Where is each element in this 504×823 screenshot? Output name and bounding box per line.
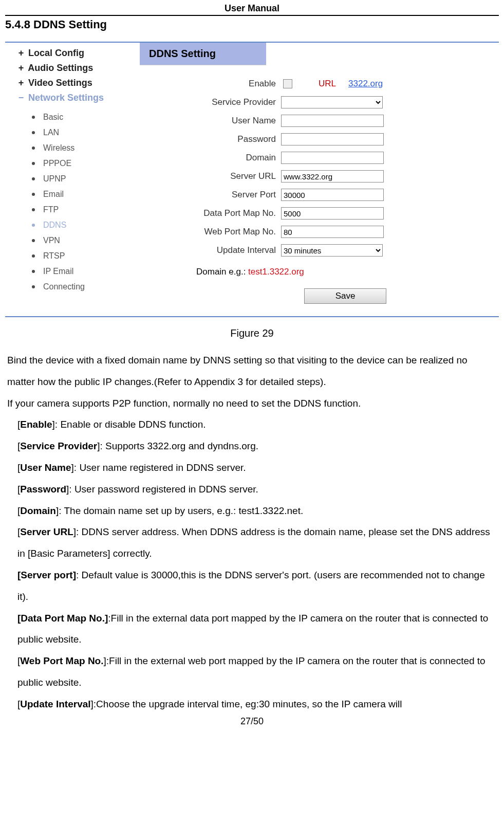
web-port-map-input[interactable]: [281, 226, 384, 238]
page-header: User Manual: [5, 0, 499, 16]
enable-checkbox[interactable]: [283, 79, 292, 88]
sidebar-item-label: Basic: [43, 113, 63, 122]
paragraph: Bind the device with a fixed domain name…: [7, 350, 497, 393]
sidebar-item-label: RTSP: [43, 251, 65, 261]
sidebar-item-wireless[interactable]: Wireless: [32, 140, 140, 156]
plus-icon: +: [16, 78, 26, 88]
sidebar-item-label: PPPOE: [43, 159, 71, 168]
domain-input[interactable]: [281, 152, 384, 164]
domain-example-prefix: Domain e.g.:: [196, 267, 248, 277]
bullet-icon: [32, 193, 35, 196]
section-title: 5.4.8 DDNS Setting: [5, 18, 499, 31]
bullet-icon: [32, 254, 35, 258]
bullet-icon: [32, 270, 35, 273]
sidebar-item-label: Email: [43, 190, 64, 199]
user-name-label: User Name: [160, 116, 281, 126]
bullet-icon: [32, 285, 35, 288]
sidebar-group-label: Audio Settings: [28, 63, 93, 73]
sidebar-item-upnp[interactable]: UPNP: [32, 171, 140, 187]
sidebar-item-label: DDNS: [43, 221, 66, 230]
service-provider-select[interactable]: [281, 96, 383, 108]
update-interval-label: Update Interval: [160, 245, 281, 255]
param-password: [Password]: User password registered in …: [17, 479, 497, 500]
sidebar-item-lan[interactable]: LAN: [32, 125, 140, 140]
sidebar-item-label: Wireless: [43, 143, 74, 153]
service-provider-label: Service Provider: [160, 97, 281, 107]
data-port-map-input[interactable]: [281, 207, 384, 220]
domain-example-value: test1.3322.org: [248, 267, 304, 277]
param-domain: [Domain]: The domain name set up by user…: [17, 500, 497, 522]
sidebar-group-local-config[interactable]: + Local Config: [16, 48, 140, 59]
figure-29: + Local Config + Audio Settings + Video …: [5, 42, 499, 317]
server-url-input[interactable]: [281, 170, 384, 182]
param-enable: [Enable]: Enable or disable DDNS functio…: [17, 414, 497, 435]
paragraph: If your camera supports P2P function, no…: [7, 393, 497, 414]
param-data-port-map: [Data Port Map No.]:Fill in the external…: [17, 608, 497, 651]
sidebar-group-video-settings[interactable]: + Video Settings: [16, 78, 140, 88]
plus-icon: +: [16, 63, 26, 74]
sidebar-item-label: LAN: [43, 128, 59, 137]
minus-icon: −: [16, 93, 26, 103]
sidebar-item-ddns[interactable]: DDNS: [32, 217, 140, 233]
user-name-input[interactable]: [281, 115, 384, 127]
server-url-label: Server URL: [160, 171, 281, 181]
sidebar-item-label: Connecting: [43, 282, 85, 291]
bullet-icon: [32, 177, 35, 180]
sidebar-item-pppoe[interactable]: PPPOE: [32, 156, 140, 171]
body-text: Bind the device with a fixed domain name…: [5, 350, 499, 715]
server-port-label: Server Port: [160, 190, 281, 200]
param-web-port-map: [Web Port Map No.]:Fill in the external …: [17, 650, 497, 693]
bullet-icon: [32, 147, 35, 150]
save-button[interactable]: Save: [304, 288, 386, 304]
password-label: Password: [160, 134, 281, 144]
web-port-map-label: Web Port Map No.: [160, 227, 281, 237]
sidebar-item-ftp[interactable]: FTP: [32, 202, 140, 217]
sidebar-item-label: UPNP: [43, 174, 66, 184]
param-update-interval: [Update Interval]:Choose the upgrade int…: [17, 693, 497, 715]
sidebar-group-label: Local Config: [28, 48, 84, 58]
bullet-icon: [32, 224, 35, 227]
bullet-icon: [32, 162, 35, 165]
param-server-url: [Server URL]: DDNS server address. When …: [17, 521, 497, 564]
data-port-map-label: Data Port Map No.: [160, 208, 281, 218]
sidebar-item-label: FTP: [43, 205, 59, 214]
sidebar-group-label: Network Settings: [28, 93, 104, 103]
bullet-icon: [32, 239, 35, 242]
enable-label: Enable: [160, 79, 281, 89]
sidebar-group-audio-settings[interactable]: + Audio Settings: [16, 63, 140, 74]
sidebar-item-basic[interactable]: Basic: [32, 109, 140, 125]
domain-example: Domain e.g.: test1.3322.org: [196, 267, 499, 277]
bullet-icon: [32, 208, 35, 211]
server-port-input[interactable]: [281, 189, 384, 201]
sidebar-item-label: IP Email: [43, 267, 73, 276]
sidebar-item-ip-email[interactable]: IP Email: [32, 264, 140, 279]
plus-icon: +: [16, 48, 26, 59]
sidebar-item-label: VPN: [43, 236, 60, 245]
bullet-icon: [32, 116, 35, 119]
domain-label: Domain: [160, 153, 281, 163]
figure-caption: Figure 29: [5, 327, 499, 339]
sidebar-group-network-settings[interactable]: − Network Settings: [16, 93, 140, 103]
sidebar-item-email[interactable]: Email: [32, 187, 140, 202]
bullet-icon: [32, 131, 35, 134]
sidebar-item-vpn[interactable]: VPN: [32, 233, 140, 248]
panel-title-tab: DDNS Setting: [140, 43, 266, 65]
config-sidebar: + Local Config + Audio Settings + Video …: [5, 43, 140, 316]
sidebar-group-label: Video Settings: [28, 78, 92, 88]
password-input[interactable]: [281, 133, 384, 145]
sidebar-item-rtsp[interactable]: RTSP: [32, 248, 140, 264]
sidebar-item-connecting[interactable]: Connecting: [32, 279, 140, 295]
url-label: URL: [319, 79, 336, 89]
update-interval-select[interactable]: 30 minutes: [281, 244, 383, 257]
param-user-name: [User Name]: User name registered in DDN…: [17, 457, 497, 479]
url-link[interactable]: 3322.org: [348, 79, 383, 89]
param-service-provider: [Service Provider]: Supports 3322.org an…: [17, 435, 497, 457]
param-server-port: [Server port]: Default value is 30000,th…: [17, 564, 497, 608]
page-footer: 27/50: [5, 715, 499, 730]
